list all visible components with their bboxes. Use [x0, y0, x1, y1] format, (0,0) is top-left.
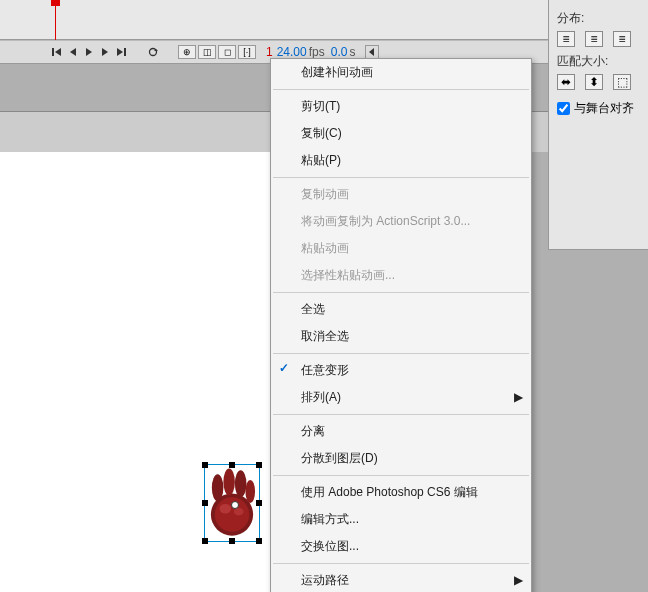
- context-menu: 创建补间动画 剪切(T) 复制(C) 粘贴(P) 复制动画 将动画复制为 Act…: [270, 58, 532, 592]
- match-width-icon[interactable]: ⬌: [557, 74, 575, 90]
- menu-motion-path-label: 运动路径: [301, 573, 349, 587]
- step-forward-icon[interactable]: [98, 45, 112, 59]
- distribute-bottom-icon[interactable]: ≡: [613, 31, 631, 47]
- match-both-icon[interactable]: ⬚: [613, 74, 631, 90]
- resize-handle-tm[interactable]: [229, 462, 235, 468]
- svg-marker-1: [55, 48, 61, 56]
- svg-rect-6: [124, 48, 126, 56]
- submenu-arrow-icon: ▶: [514, 390, 523, 404]
- svg-point-7: [150, 49, 157, 56]
- step-back-icon[interactable]: [66, 45, 80, 59]
- align-panel: 分布: ≡ ≡ ≡ 匹配大小: ⬌ ⬍ ⬚ 与舞台对齐: [548, 0, 648, 250]
- menu-edit-with[interactable]: 编辑方式...: [271, 506, 531, 533]
- fps-value[interactable]: 24.00: [277, 45, 307, 59]
- selected-object[interactable]: [204, 464, 260, 542]
- resize-handle-bl[interactable]: [202, 538, 208, 544]
- match-size-label: 匹配大小:: [557, 53, 640, 70]
- menu-free-transform[interactable]: ✓ 任意变形: [271, 357, 531, 384]
- svg-marker-3: [86, 48, 92, 56]
- menu-swap-bitmap[interactable]: 交换位图...: [271, 533, 531, 560]
- menu-paste-motion: 粘贴动画: [271, 235, 531, 262]
- current-frame: 1: [266, 45, 273, 59]
- menu-copy-motion-as: 将动画复制为 ActionScript 3.0...: [271, 208, 531, 235]
- playhead[interactable]: [55, 0, 56, 40]
- fps-label: fps: [309, 45, 325, 59]
- align-to-stage-checkbox[interactable]: [557, 102, 570, 115]
- svg-marker-2: [70, 48, 76, 56]
- distribute-label: 分布:: [557, 10, 640, 27]
- svg-point-18: [245, 480, 255, 503]
- menu-paste[interactable]: 粘贴(P): [271, 147, 531, 174]
- svg-point-19: [220, 504, 232, 514]
- timeline-ruler: [0, 0, 548, 40]
- svg-marker-4: [102, 48, 108, 56]
- check-icon: ✓: [279, 361, 289, 375]
- resize-handle-ml[interactable]: [202, 500, 208, 506]
- resize-handle-br[interactable]: [256, 538, 262, 544]
- menu-deselect-all[interactable]: 取消全选: [271, 323, 531, 350]
- go-to-last-icon[interactable]: [114, 45, 128, 59]
- elapsed-time-value: 0.0: [331, 45, 348, 59]
- menu-copy[interactable]: 复制(C): [271, 120, 531, 147]
- menu-copy-motion: 复制动画: [271, 181, 531, 208]
- play-icon[interactable]: [82, 45, 96, 59]
- menu-separator: [273, 292, 529, 293]
- onion-skin-outlines-icon[interactable]: ◻: [218, 45, 236, 59]
- distribute-vcenter-icon[interactable]: ≡: [585, 31, 603, 47]
- center-frame-icon[interactable]: ⊕: [178, 45, 196, 59]
- menu-separator: [273, 353, 529, 354]
- menu-create-tween[interactable]: 创建补间动画: [271, 59, 531, 86]
- menu-separator: [273, 563, 529, 564]
- svg-rect-0: [52, 48, 54, 56]
- menu-separator: [273, 475, 529, 476]
- resize-handle-mr[interactable]: [256, 500, 262, 506]
- svg-marker-9: [369, 48, 374, 56]
- menu-motion-path[interactable]: 运动路径 ▶: [271, 567, 531, 592]
- resize-handle-tr[interactable]: [256, 462, 262, 468]
- svg-point-15: [212, 474, 224, 501]
- menu-cut[interactable]: 剪切(T): [271, 93, 531, 120]
- resize-handle-tl[interactable]: [202, 462, 208, 468]
- svg-point-17: [235, 470, 247, 497]
- align-to-stage-label: 与舞台对齐: [574, 100, 634, 117]
- elapsed-time-label: s: [349, 45, 355, 59]
- match-height-icon[interactable]: ⬍: [585, 74, 603, 90]
- onion-skin-icon[interactable]: ◫: [198, 45, 216, 59]
- menu-arrange[interactable]: 排列(A) ▶: [271, 384, 531, 411]
- go-to-first-icon[interactable]: [50, 45, 64, 59]
- edit-multiple-frames-icon[interactable]: [·]: [238, 45, 256, 59]
- menu-paste-motion-special: 选择性粘贴动画...: [271, 262, 531, 289]
- menu-select-all[interactable]: 全选: [271, 296, 531, 323]
- menu-arrange-label: 排列(A): [301, 390, 341, 404]
- menu-free-transform-label: 任意变形: [301, 363, 349, 377]
- menu-separator: [273, 177, 529, 178]
- menu-separator: [273, 414, 529, 415]
- loop-icon[interactable]: [146, 45, 160, 59]
- resize-handle-bm[interactable]: [229, 538, 235, 544]
- submenu-arrow-icon: ▶: [514, 573, 523, 587]
- menu-break-apart[interactable]: 分离: [271, 418, 531, 445]
- svg-point-16: [223, 468, 235, 495]
- distribute-top-icon[interactable]: ≡: [557, 31, 575, 47]
- svg-marker-5: [117, 48, 123, 56]
- menu-distribute-to-layers[interactable]: 分散到图层(D): [271, 445, 531, 472]
- scroll-left-icon[interactable]: [365, 45, 379, 59]
- menu-separator: [273, 89, 529, 90]
- menu-edit-photoshop[interactable]: 使用 Adobe Photoshop CS6 编辑: [271, 479, 531, 506]
